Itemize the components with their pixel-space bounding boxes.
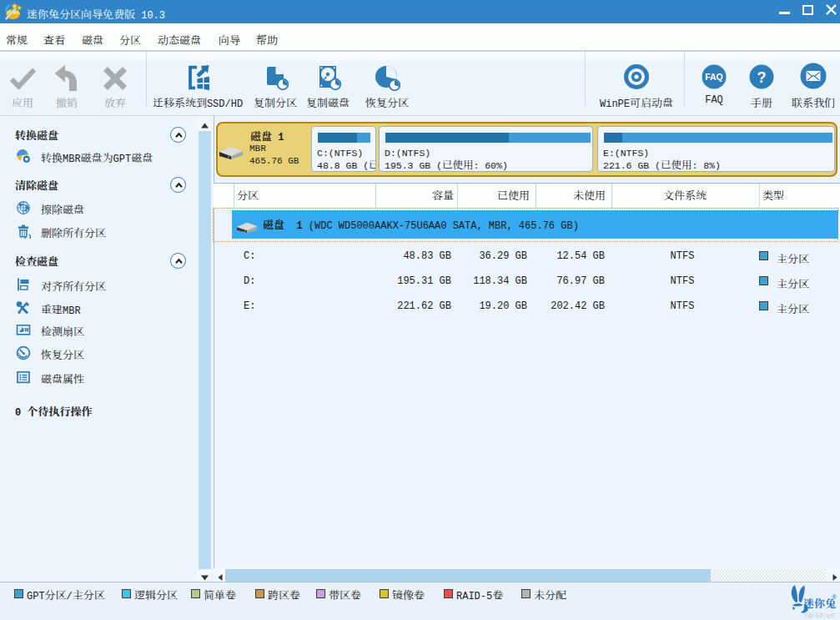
- svg-text:迷你兔: 迷你兔: [803, 612, 837, 620]
- svg-text:?: ?: [757, 69, 767, 86]
- svg-text:®: ®: [832, 593, 837, 601]
- svg-text:FAQ: FAQ: [705, 72, 723, 82]
